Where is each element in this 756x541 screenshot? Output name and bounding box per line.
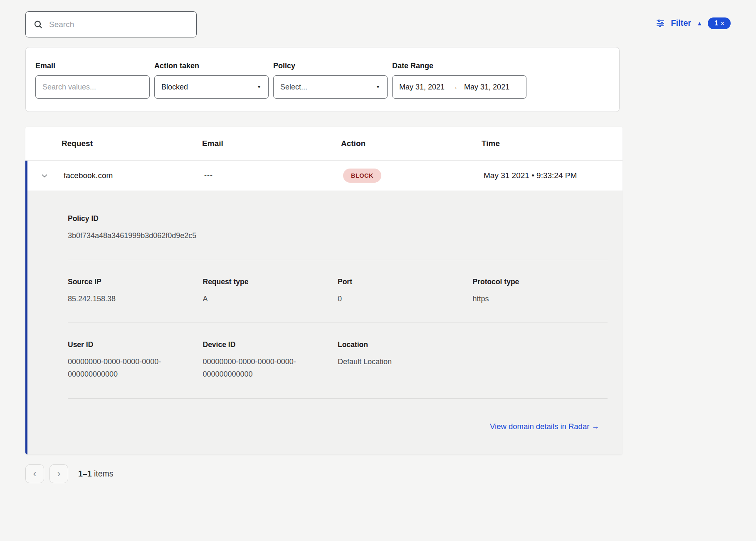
- items-range: 1–1: [78, 469, 92, 478]
- empty-cell: [473, 340, 608, 380]
- identity-details-section: User ID 00000000-0000-0000-0000-00000000…: [68, 340, 608, 398]
- logs-table: Request Email Action Time facebook.com -…: [25, 127, 623, 454]
- view-domain-in-radar-link[interactable]: View domain details in Radar →: [490, 422, 599, 431]
- top-bar: Filter ▲ 1 x: [0, 0, 756, 37]
- email-cell: ---: [204, 171, 343, 180]
- policy-id-section: Policy ID 3b0f734a48a3461999b3d062f0d9e2…: [68, 214, 608, 260]
- chevron-down-icon: ▼: [376, 84, 380, 89]
- active-filter-badge[interactable]: 1 x: [708, 17, 731, 29]
- search-icon: [33, 20, 43, 30]
- action-taken-value: Blocked: [161, 83, 188, 92]
- date-to: May 31, 2021: [464, 83, 509, 92]
- source-ip-label: Source IP: [68, 278, 203, 286]
- clear-filter-x[interactable]: x: [721, 20, 724, 26]
- filter-panel: Email Action taken Blocked ▼ Policy Sele…: [25, 47, 620, 112]
- column-header-email: Email: [202, 139, 341, 148]
- row-details-panel: Policy ID 3b0f734a48a3461999b3d062f0d9e2…: [27, 191, 623, 454]
- policy-id-label: Policy ID: [68, 214, 608, 223]
- time-cell: May 31 2021 • 9:33:24 PM: [484, 171, 623, 180]
- email-filter-label: Email: [35, 62, 150, 70]
- network-details-section: Source IP 85.242.158.38 Request type A P…: [68, 278, 608, 323]
- detail-field: Protocol type https: [473, 278, 608, 305]
- detail-field: Location Default Location: [338, 340, 473, 380]
- column-header-action: Action: [341, 139, 482, 148]
- gateway-logs-page: Filter ▲ 1 x Email Action taken Blocked …: [0, 0, 756, 541]
- request-type-value: A: [203, 293, 328, 305]
- filter-count: 1: [714, 20, 718, 27]
- policy-select[interactable]: Select... ▼: [273, 75, 388, 99]
- date-range-field: Date Range May 31, 2021 → May 31, 2021: [392, 62, 526, 99]
- chevron-down-icon: ▼: [257, 84, 262, 89]
- arrow-right-icon: →: [450, 82, 458, 92]
- source-ip-value: 85.242.158.38: [68, 293, 193, 305]
- table-header-row: Request Email Action Time: [25, 127, 623, 160]
- search-input[interactable]: [49, 20, 189, 29]
- column-header-request: Request: [62, 139, 202, 148]
- filter-toggle-label[interactable]: Filter: [671, 18, 691, 28]
- request-cell: facebook.com: [64, 171, 204, 180]
- items-count: 1–1 items: [78, 469, 114, 479]
- chevron-down-icon[interactable]: [40, 171, 49, 180]
- action-taken-label: Action taken: [154, 62, 269, 70]
- radar-link-row: View domain details in Radar →: [68, 416, 608, 439]
- date-range-picker[interactable]: May 31, 2021 → May 31, 2021: [392, 75, 526, 99]
- detail-field: Device ID 00000000-0000-0000-0000-000000…: [203, 340, 338, 380]
- next-page-button[interactable]: ›: [49, 464, 68, 483]
- location-value: Default Location: [338, 356, 462, 368]
- items-label: items: [92, 469, 114, 478]
- detail-field: Request type A: [203, 278, 338, 305]
- detail-field: User ID 00000000-0000-0000-0000-00000000…: [68, 340, 203, 380]
- protocol-type-label: Protocol type: [473, 278, 608, 286]
- protocol-type-value: https: [473, 293, 598, 305]
- policy-label: Policy: [273, 62, 388, 70]
- port-label: Port: [338, 278, 473, 286]
- column-header-time: Time: [482, 139, 623, 148]
- user-id-value: 00000000-0000-0000-0000-000000000000: [68, 356, 193, 380]
- filter-controls: Filter ▲ 1 x: [655, 17, 731, 29]
- policy-id-value: 3b0f734a48a3461999b3d062f0d9e2c5: [68, 230, 201, 242]
- policy-field: Policy Select... ▼: [273, 62, 388, 99]
- log-row-group: facebook.com --- BLOCK May 31 2021 • 9:3…: [25, 160, 623, 454]
- device-id-label: Device ID: [203, 340, 338, 349]
- email-filter-field: Email: [35, 62, 150, 99]
- action-taken-select[interactable]: Blocked ▼: [154, 75, 269, 99]
- filter-sliders-icon[interactable]: [655, 18, 665, 28]
- block-badge: BLOCK: [343, 169, 381, 183]
- action-taken-field: Action taken Blocked ▼: [154, 62, 269, 99]
- table-row[interactable]: facebook.com --- BLOCK May 31 2021 • 9:3…: [27, 160, 623, 191]
- detail-field: Port 0: [338, 278, 473, 305]
- detail-field: Source IP 85.242.158.38: [68, 278, 203, 305]
- user-id-label: User ID: [68, 340, 203, 349]
- pagination: ‹ › 1–1 items: [25, 464, 731, 483]
- email-filter-input[interactable]: [42, 83, 143, 92]
- port-value: 0: [338, 293, 462, 305]
- request-type-label: Request type: [203, 278, 338, 286]
- location-label: Location: [338, 340, 473, 349]
- date-range-label: Date Range: [392, 62, 526, 70]
- email-filter-input-wrap[interactable]: [35, 75, 150, 99]
- previous-page-button[interactable]: ‹: [25, 464, 44, 483]
- device-id-value: 00000000-0000-0000-0000-000000000000: [203, 356, 328, 380]
- action-cell: BLOCK: [343, 169, 484, 183]
- policy-value: Select...: [280, 83, 307, 92]
- search-box[interactable]: [25, 11, 197, 37]
- collapse-caret-icon[interactable]: ▲: [697, 20, 702, 26]
- date-from: May 31, 2021: [399, 83, 445, 92]
